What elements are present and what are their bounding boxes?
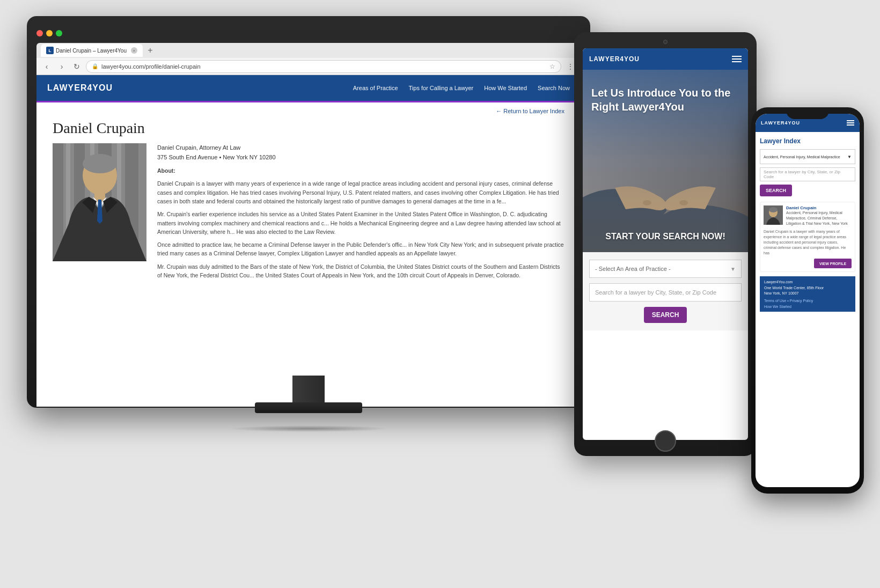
tablet-search-area: - Select An Area of Practice - ▼ Search … (583, 252, 748, 330)
return-link[interactable]: ← Return to Lawyer Index (53, 108, 564, 114)
phone-search-button[interactable]: SEARCH (760, 185, 792, 196)
svg-point-9 (83, 154, 117, 173)
phone-card-name: Daniel Crupain (786, 205, 852, 210)
svg-point-18 (769, 207, 778, 212)
phone-body: Lawyer Index Accident, Personal Injury, … (756, 132, 860, 317)
phone-lawyer-card: Daniel Crupain Accident, Personal Injury… (760, 202, 855, 272)
site-navigation: LAWYER4YOU Areas of Practice Tips for Ca… (36, 75, 581, 101)
phone-city-placeholder: Search for a lawyer by City, State, or Z… (764, 170, 852, 179)
reload-button[interactable]: ↻ (71, 61, 83, 72)
lawyer-photo-bg (53, 143, 146, 261)
site-logo: LAWYER4YOU (47, 83, 113, 93)
phone-frame: LAWYER4YOU Lawyer Index Accident, Person… (751, 107, 864, 494)
select-arrow-icon: ▼ (730, 266, 736, 272)
url-text: lawyer4you.com/profile/daniel-crupain (101, 63, 546, 70)
city-state-input[interactable]: Search for a lawyer by City, State, or Z… (589, 283, 742, 302)
phone-screen: LAWYER4YOU Lawyer Index Accident, Person… (756, 114, 860, 487)
nav-links: Areas of Practice Tips for Calling a Law… (353, 85, 570, 91)
tablet-logo: LAWYER4YOU (589, 55, 640, 63)
hamburger-menu[interactable] (732, 56, 742, 62)
phone-practice-select[interactable]: Accident, Personal Injury, Medical Malpr… (760, 149, 855, 164)
tablet-screen: LAWYER4YOU (583, 48, 748, 440)
phone-hamburger-line-2 (847, 122, 854, 123)
page-body: ← Return to Lawyer Index Daniel Crupain (36, 102, 581, 289)
tablet-navigation: LAWYER4YOU (583, 48, 748, 70)
bio-paragraph-1: Daniel Crupain is a lawyer with many yea… (157, 179, 564, 205)
tablet-hero-headline: Let Us Introduce You to the Right Lawyer… (591, 86, 739, 114)
lawyer-name: Daniel Crupain (53, 120, 564, 137)
nav-areas-of-practice[interactable]: Areas of Practice (353, 85, 398, 91)
lawyer-photo (53, 143, 146, 261)
tablet-device: LAWYER4YOU (574, 32, 757, 456)
browser-tab-active[interactable]: L Daniel Crupain – Lawyer4You × (41, 44, 143, 57)
tab-favicon: L (46, 47, 54, 54)
hamburger-line-3 (732, 61, 742, 62)
new-tab-button[interactable]: + (145, 45, 156, 56)
phone-card-header: Daniel Crupain Accident, Personal Injury… (764, 205, 852, 226)
phone-view-profile-button[interactable]: VIEW PROFILE (814, 259, 852, 268)
monitor-bezel (36, 26, 581, 41)
tablet-home-button[interactable] (655, 430, 676, 452)
phone-card-bio: Daniel Crupain is a lawyer with many yea… (764, 229, 852, 255)
browser-toolbar: ‹ › ↻ 🔒 lawyer4you.com/profile/daniel-cr… (36, 58, 581, 75)
lawyer-address-text: 375 South End Avenue • New York NY 10280 (157, 153, 564, 163)
stand-base (255, 402, 362, 413)
lawyer-profile: Daniel Crupain, Attorney At Law 375 Sout… (53, 143, 564, 284)
back-button[interactable]: ‹ (41, 61, 53, 72)
browser-tab-bar: L Daniel Crupain – Lawyer4You × + (36, 43, 581, 58)
nav-how-we-started[interactable]: How We Started (484, 85, 527, 91)
traffic-lights (36, 30, 62, 36)
phone-notch (786, 107, 829, 119)
stand-neck (292, 376, 325, 402)
nav-search-now[interactable]: Search Now (538, 85, 570, 91)
phone-footer-address: Lawyer4You.com One World Trade Center, 8… (764, 280, 851, 297)
phone-card-specialty: Accident, Personal Injury, Medical Malpr… (786, 210, 852, 226)
phone-hamburger-line-3 (847, 124, 854, 126)
bookmark-icon[interactable]: ☆ (549, 63, 555, 70)
phone-footer-how-we-started[interactable]: How We Started (764, 305, 851, 308)
select-placeholder: - Select An Area of Practice - (595, 266, 671, 272)
phone-footer: Lawyer4You.com One World Trade Center, 8… (760, 276, 855, 312)
forward-button[interactable]: › (56, 61, 68, 72)
minimize-button[interactable] (46, 30, 53, 36)
phone-logo: LAWYER4YOU (761, 120, 800, 126)
monitor-frame: L Daniel Crupain – Lawyer4You × + ‹ (27, 16, 590, 408)
phone-footer-links[interactable]: Terms of Use • Privacy Policy (764, 299, 851, 303)
lawyer-title: Daniel Crupain, Attorney At Law (157, 143, 564, 153)
phone-card-photo (764, 205, 783, 225)
phone-select-arrow-icon: ▼ (847, 155, 852, 159)
lawyer-bio: About: Daniel Crupain is a lawyer with m… (157, 166, 564, 280)
nav-tips-calling-lawyer[interactable]: Tips for Calling a Lawyer (409, 85, 474, 91)
hamburger-line-1 (732, 56, 742, 57)
phone-card-info: Daniel Crupain Accident, Personal Injury… (786, 205, 852, 226)
practice-area-select[interactable]: - Select An Area of Practice - ▼ (589, 260, 742, 278)
tablet-hero-cta: START YOUR SEARCH NOW! (591, 232, 739, 241)
phone-city-input[interactable]: Search for a lawyer by City, State, or Z… (760, 167, 855, 181)
tablet-camera (663, 40, 668, 44)
hamburger-line-2 (732, 58, 742, 60)
close-button[interactable] (36, 30, 43, 36)
phone-hamburger-line-1 (847, 120, 854, 121)
tablet-hero-text: Let Us Introduce You to the Right Lawyer… (591, 86, 739, 124)
lawyer-info: Daniel Crupain, Attorney At Law 375 Sout… (157, 143, 564, 284)
about-heading: About: (157, 166, 564, 175)
maximize-button[interactable] (56, 30, 62, 36)
lawyer-address: Daniel Crupain, Attorney At Law 375 Sout… (157, 143, 564, 162)
tab-title: Daniel Crupain – Lawyer4You (56, 48, 127, 54)
address-bar[interactable]: 🔒 lawyer4you.com/profile/daniel-crupain … (86, 60, 561, 73)
phone-hamburger-menu[interactable] (847, 120, 854, 126)
monitor-shadow (228, 425, 389, 432)
bio-paragraph-2: Mr. Crupain's earlier experience include… (157, 210, 564, 236)
tab-close-button[interactable]: × (131, 47, 137, 54)
tablet-frame: LAWYER4YOU (574, 32, 757, 456)
city-placeholder: Search for a lawyer by City, State, or Z… (595, 289, 716, 296)
browser-content: LAWYER4YOU Areas of Practice Tips for Ca… (36, 75, 581, 407)
bio-paragraph-3: Once admitted to practice law, he became… (157, 240, 564, 258)
phone-section-title: Lawyer Index (760, 137, 855, 145)
monitor-stand (276, 376, 341, 418)
search-button[interactable]: SEARCH (644, 307, 687, 323)
tablet-cta-text: START YOUR SEARCH NOW! (591, 232, 739, 241)
phone-select-value: Accident, Personal Injury, Medical Malpr… (764, 155, 840, 159)
bio-paragraph-4: Mr. Crupain was duly admitted to the Bar… (157, 262, 564, 280)
tablet-hero: Let Us Introduce You to the Right Lawyer… (583, 70, 748, 252)
